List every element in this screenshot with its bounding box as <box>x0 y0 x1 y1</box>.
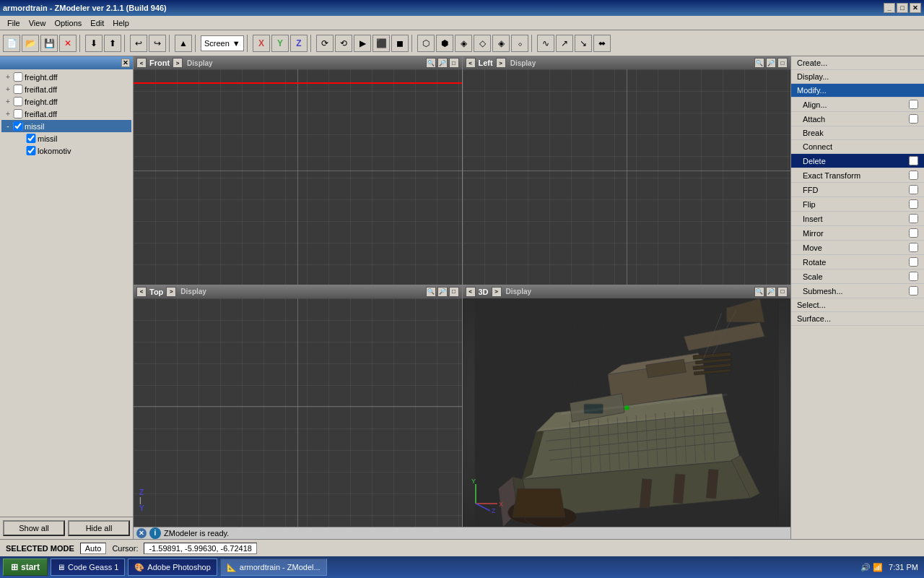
rp-modify[interactable]: Modify... <box>791 84 924 98</box>
rp-ffd-check[interactable] <box>909 185 918 194</box>
rp-delete-check[interactable] <box>909 156 918 165</box>
rp-break[interactable]: Break <box>791 126 924 140</box>
screen-dropdown[interactable]: Screen ▼ <box>201 35 244 51</box>
tool-d[interactable]: ⬛ <box>372 35 390 52</box>
tool-n[interactable]: ↘ <box>575 35 592 52</box>
new-button[interactable]: 📄 <box>3 35 20 52</box>
vp-front-arrow-left[interactable]: < <box>136 58 147 68</box>
export-button[interactable]: ⬆ <box>104 35 121 52</box>
rp-align-check[interactable] <box>909 100 918 109</box>
vp-front-maximize[interactable]: □ <box>449 58 459 68</box>
viewport-3d[interactable]: < 3D > Display 🔍 🔎 □ <box>463 285 791 527</box>
tool-i[interactable]: ◇ <box>474 35 491 52</box>
x-axis[interactable]: X <box>253 35 270 52</box>
rp-submesh[interactable]: Submesh... <box>791 284 924 298</box>
tree-item-freiflat1[interactable]: + freiflat.dff <box>1 83 131 95</box>
taskbar-app-zmodeler[interactable]: 📐 armordtrain - ZModel... <box>220 558 327 576</box>
start-button[interactable]: ⊞ start <box>3 558 48 576</box>
vp3d-display[interactable]: Display <box>505 288 533 296</box>
tree-item-lokomotiv[interactable]: lokomotiv <box>1 144 131 157</box>
rp-create[interactable]: Create... <box>791 56 924 70</box>
tree-check-missil-child[interactable] <box>26 134 36 143</box>
tool-c[interactable]: ▶ <box>354 35 371 52</box>
tool-o[interactable]: ⬌ <box>593 35 611 52</box>
rp-mirror-check[interactable] <box>909 228 918 238</box>
tree-item-freight1[interactable]: + freight.dff <box>1 71 131 83</box>
vp3d-zoom-out[interactable]: 🔎 <box>766 287 776 297</box>
taskbar-app-photoshop[interactable]: 🎨 Adobe Photoshop <box>128 558 217 576</box>
rp-rotate-check[interactable] <box>909 257 918 267</box>
vp-left-arrow-right[interactable]: > <box>496 58 506 68</box>
rp-mirror[interactable]: Mirror <box>791 226 924 241</box>
save-button[interactable]: 💾 <box>40 35 58 52</box>
vp-left-arrow-left[interactable]: < <box>466 58 476 68</box>
tree-check-freight2[interactable] <box>13 97 23 106</box>
rp-insert-check[interactable] <box>909 214 918 223</box>
y-axis[interactable]: Y <box>271 35 289 52</box>
rp-exact-transform-check[interactable] <box>909 171 918 180</box>
tool-b[interactable]: ⟲ <box>335 35 352 52</box>
vp-top-arrow-right[interactable]: > <box>166 287 176 297</box>
vp-left-display[interactable]: Display <box>509 59 538 67</box>
vp-left-maximize[interactable]: □ <box>777 58 788 68</box>
vp-left-zoom-in[interactable]: 🔍 <box>754 58 764 68</box>
delete-button[interactable]: ✕ <box>59 35 77 52</box>
taskbar-app-codegeass[interactable]: 🖥 Code Geass 1 <box>51 558 125 576</box>
vp3d-arrow-left[interactable]: < <box>466 287 476 297</box>
vp-top-zoom-out[interactable]: 🔎 <box>437 287 448 297</box>
tree-item-freight2[interactable]: + freight.dff <box>1 95 131 108</box>
vp3d-zoom-in[interactable]: 🔍 <box>754 287 764 297</box>
viewport-left[interactable]: < Left > Display 🔍 🔎 □ <box>463 56 791 285</box>
tool-a[interactable]: ⟳ <box>316 35 334 52</box>
rp-flip-check[interactable] <box>909 199 918 209</box>
import-button[interactable]: ⬇ <box>85 35 103 52</box>
vp3d-arrow-right[interactable]: > <box>492 287 502 297</box>
rp-attach-check[interactable] <box>909 114 918 124</box>
vp-top-display[interactable]: Display <box>179 288 208 296</box>
tree-check-lokomotiv[interactable] <box>26 146 36 155</box>
rp-move-check[interactable] <box>909 243 918 252</box>
menu-file[interactable]: File <box>3 17 25 29</box>
vp-left-zoom-out[interactable]: 🔎 <box>766 58 776 68</box>
tree-check-freiflat1[interactable] <box>13 85 23 94</box>
tool-l[interactable]: ∿ <box>537 35 554 52</box>
vp-top-arrow-left[interactable]: < <box>136 287 147 297</box>
menu-view[interactable]: View <box>25 17 51 29</box>
redo-button[interactable]: ↪ <box>149 35 166 52</box>
viewport-top[interactable]: < Top > Display 🔍 🔎 □ Z | <box>134 285 463 527</box>
tree-item-freiflat2[interactable]: + freiflat.dff <box>1 108 131 120</box>
rp-scale-check[interactable] <box>909 272 918 281</box>
rp-attach[interactable]: Attach <box>791 112 924 126</box>
menu-help[interactable]: Help <box>108 17 134 29</box>
rp-exact-transform[interactable]: Exact Transform <box>791 168 924 183</box>
tool-j[interactable]: ◈ <box>492 35 510 52</box>
rp-scale[interactable]: Scale <box>791 269 924 284</box>
rp-align[interactable]: Align... <box>791 98 924 112</box>
rp-select[interactable]: Select... <box>791 298 924 312</box>
left-panel-close[interactable]: ✕ <box>121 59 130 67</box>
undo-button[interactable]: ↩ <box>130 35 147 52</box>
viewport-front[interactable]: < Front > Display 🔍 🔎 □ <box>134 56 463 285</box>
tool-k[interactable]: ⬦ <box>511 35 528 52</box>
tree-check-missil[interactable] <box>13 121 23 131</box>
maximize-button[interactable]: □ <box>897 3 908 13</box>
rp-display[interactable]: Display... <box>791 70 924 84</box>
vp-front-display[interactable]: Display <box>186 59 214 67</box>
minimize-button[interactable]: _ <box>884 3 895 13</box>
close-button[interactable]: ✕ <box>910 3 921 13</box>
rp-connect[interactable]: Connect <box>791 140 924 154</box>
vp-top-zoom-in[interactable]: 🔍 <box>426 287 436 297</box>
tool-g[interactable]: ⬢ <box>436 35 453 52</box>
vp-front-arrow-right[interactable]: > <box>173 58 183 68</box>
tool-f[interactable]: ⬡ <box>417 35 435 52</box>
tool-m[interactable]: ↗ <box>556 35 573 52</box>
vp3d-maximize[interactable]: □ <box>777 287 788 297</box>
rp-move[interactable]: Move <box>791 241 924 255</box>
vp-top-maximize[interactable]: □ <box>449 287 459 297</box>
tool-e[interactable]: ◼ <box>391 35 409 52</box>
tool1[interactable]: ▲ <box>175 35 192 52</box>
rp-flip[interactable]: Flip <box>791 197 924 212</box>
tree-check-freiflat2[interactable] <box>13 109 23 118</box>
rp-submesh-check[interactable] <box>909 286 918 296</box>
rp-delete[interactable]: Delete <box>791 154 924 168</box>
